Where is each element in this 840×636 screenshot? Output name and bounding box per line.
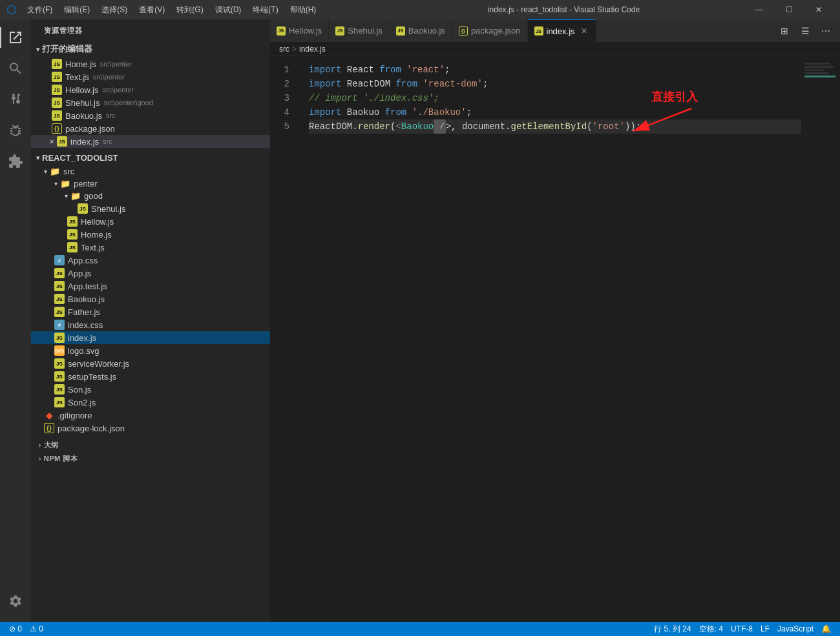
js-icon: JS bbox=[52, 85, 62, 95]
tab-json-icon: {} bbox=[459, 26, 468, 36]
code-line-2: import ReactDOM from 'react-dom' ; bbox=[309, 77, 801, 91]
status-errors[interactable]: ⊘ 0 bbox=[5, 622, 26, 636]
folder-icon: 📁 bbox=[70, 191, 81, 201]
breadcrumb-file[interactable]: index.js bbox=[299, 45, 326, 54]
tab-hellow[interactable]: JS Hellow.js bbox=[270, 19, 329, 42]
punc-1: ; bbox=[445, 63, 450, 77]
tree-app-js-label: App.js bbox=[68, 269, 91, 278]
activity-settings[interactable] bbox=[0, 586, 31, 617]
js-icon: JS bbox=[54, 307, 65, 317]
activity-source-control[interactable] bbox=[0, 84, 31, 115]
tree-logo-svg[interactable]: SVG logo.svg bbox=[31, 344, 270, 357]
menu-help[interactable]: 帮助(H) bbox=[285, 3, 322, 17]
maximize-button[interactable]: ☐ bbox=[774, 0, 804, 19]
menu-view[interactable]: 查看(V) bbox=[134, 3, 170, 17]
tab-index-js[interactable]: JS index.js ✕ bbox=[528, 19, 596, 42]
tree-index-js[interactable]: JS index.js bbox=[31, 331, 270, 344]
js-icon: JS bbox=[67, 216, 78, 227]
open-editor-home-name: Home.js bbox=[65, 59, 96, 69]
toggle-panel-button[interactable]: ☰ bbox=[796, 22, 814, 40]
tree-app-test[interactable]: JS App.test.js bbox=[31, 280, 270, 292]
tree-src-label: src bbox=[63, 167, 74, 176]
warning-count: ⚠ 0 bbox=[30, 624, 43, 633]
open-editor-baokuo[interactable]: JS Baokuo.js src bbox=[31, 109, 270, 122]
open-editor-text[interactable]: JS Text.js src\penter bbox=[31, 70, 270, 83]
git-icon: ◆ bbox=[44, 410, 54, 420]
language-label: JavaScript bbox=[777, 624, 814, 633]
tree-package-lock[interactable]: {} package-lock.json bbox=[31, 422, 270, 435]
tree-src[interactable]: ▾ 📁 src bbox=[31, 165, 270, 178]
tree-good[interactable]: ▾ 📁 good bbox=[31, 190, 270, 202]
activity-search[interactable] bbox=[0, 53, 31, 84]
str-root: 'root' bbox=[593, 119, 625, 134]
tree-shehui[interactable]: JS Shehui.js bbox=[31, 202, 270, 215]
status-encoding[interactable]: UTF-8 bbox=[727, 622, 757, 636]
tree-home[interactable]: JS Home.js bbox=[31, 228, 270, 241]
code-editor[interactable]: 1 2 3 4 5 import React from 'react' ; bbox=[270, 56, 801, 622]
id-reactdom-2: ReactDOM bbox=[309, 119, 352, 134]
menu-file[interactable]: 文件(F) bbox=[22, 3, 58, 17]
close-button[interactable]: ✕ bbox=[804, 0, 834, 19]
activity-explorer[interactable] bbox=[0, 22, 31, 53]
tree-app-css[interactable]: # App.css bbox=[31, 254, 270, 267]
tree-penter[interactable]: ▾ 📁 penter bbox=[31, 178, 270, 190]
open-editor-baokuo-path: src bbox=[106, 112, 116, 119]
tree-son[interactable]: JS Son.js bbox=[31, 383, 270, 396]
menu-terminal[interactable]: 终端(T) bbox=[247, 3, 283, 17]
more-actions-button[interactable]: ⋯ bbox=[817, 22, 835, 40]
close-icon[interactable]: ✕ bbox=[49, 138, 54, 145]
open-editor-package[interactable]: {} package.json bbox=[31, 122, 270, 135]
tree-son2[interactable]: JS Son2.js bbox=[31, 396, 270, 409]
tree-baokuo[interactable]: JS Baokuo.js bbox=[31, 292, 270, 305]
status-language[interactable]: JavaScript bbox=[773, 622, 817, 636]
open-editor-hellow-name: Hellow.js bbox=[65, 85, 98, 95]
tree-father[interactable]: JS Father.js bbox=[31, 305, 270, 318]
tab-js-icon: JS bbox=[277, 26, 286, 36]
tree-setup-tests[interactable]: JS setupTests.js bbox=[31, 370, 270, 383]
js-icon: JS bbox=[54, 358, 65, 369]
status-line-ending[interactable]: LF bbox=[757, 622, 773, 636]
open-editor-home[interactable]: JS Home.js src\penter bbox=[31, 57, 270, 70]
tab-shehui[interactable]: JS Shehui.js bbox=[329, 19, 389, 42]
tree-son-label: Son.js bbox=[68, 385, 91, 395]
tree-service-worker[interactable]: JS serviceWorker.js bbox=[31, 357, 270, 370]
open-editors-header[interactable]: ▾ 打开的编辑器 bbox=[31, 41, 270, 57]
title-bar-menu: 文件(F) 编辑(E) 选择(S) 查看(V) 转到(G) 调试(D) 终端(T… bbox=[22, 3, 383, 17]
project-tree-header[interactable]: ▾ REACT_TODOLIST bbox=[31, 150, 270, 165]
tree-text[interactable]: JS Text.js bbox=[31, 241, 270, 254]
tree-baokuo-label: Baokuo.js bbox=[68, 294, 105, 304]
activity-extensions[interactable] bbox=[0, 146, 31, 177]
tree-app-js[interactable]: JS App.js bbox=[31, 267, 270, 280]
cursor: / bbox=[434, 119, 445, 134]
css-icon: # bbox=[54, 255, 65, 265]
code-content[interactable]: import React from 'react' ; import React… bbox=[302, 56, 801, 622]
status-spaces[interactable]: 空格: 4 bbox=[695, 622, 727, 636]
code-line-3: // import './index.css'; bbox=[309, 91, 801, 105]
tab-js-icon: JS bbox=[534, 26, 543, 36]
line-num-1: 1 bbox=[270, 63, 296, 77]
status-position[interactable]: 行 5, 列 24 bbox=[650, 622, 695, 636]
open-editor-shehui[interactable]: JS Shehui.js src\penter\good bbox=[31, 96, 270, 109]
tab-close-button[interactable]: ✕ bbox=[579, 26, 589, 36]
open-editor-index[interactable]: ✕ JS index.js src bbox=[31, 135, 270, 148]
menu-select[interactable]: 选择(S) bbox=[96, 3, 132, 17]
status-bell[interactable]: 🔔 bbox=[817, 622, 835, 636]
status-warnings[interactable]: ⚠ 0 bbox=[26, 622, 47, 636]
tree-hellow[interactable]: JS Hellow.js bbox=[31, 215, 270, 228]
line-num-5: 5 bbox=[270, 119, 296, 134]
status-right: 行 5, 列 24 空格: 4 UTF-8 LF JavaScript 🔔 bbox=[650, 622, 835, 636]
split-editor-button[interactable]: ⊞ bbox=[775, 22, 793, 40]
tree-index-css[interactable]: # index.css bbox=[31, 318, 270, 331]
breadcrumb-src[interactable]: src bbox=[279, 45, 289, 54]
tab-baokuo[interactable]: JS Baokuo.js bbox=[390, 19, 452, 42]
activity-debug[interactable] bbox=[0, 115, 31, 146]
outline-section[interactable]: › 大纲 bbox=[31, 438, 270, 452]
npm-scripts-section[interactable]: › NPM 脚本 bbox=[31, 452, 270, 466]
minimize-button[interactable]: — bbox=[744, 0, 774, 19]
tree-gitignore[interactable]: ◆ .gitignore bbox=[31, 409, 270, 422]
menu-debug[interactable]: 调试(D) bbox=[210, 3, 247, 17]
menu-edit[interactable]: 编辑(E) bbox=[59, 3, 95, 17]
menu-goto[interactable]: 转到(G) bbox=[171, 3, 208, 17]
tab-package-json[interactable]: {} package.json bbox=[452, 19, 528, 42]
open-editor-hellow[interactable]: JS Hellow.js src\penter bbox=[31, 83, 270, 96]
